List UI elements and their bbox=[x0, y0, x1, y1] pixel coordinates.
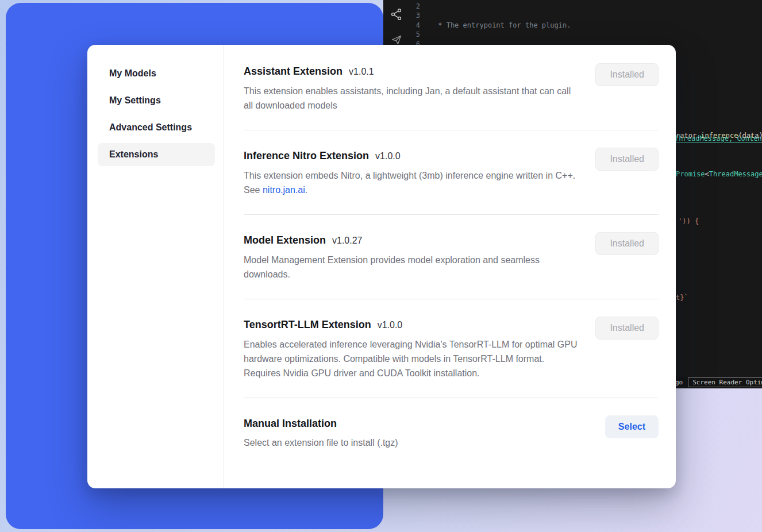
extension-description: This extension enables assistants, inclu… bbox=[244, 84, 580, 113]
line-numbers: 2 3 4 5 6 bbox=[404, 2, 420, 49]
status-text: go bbox=[675, 379, 683, 386]
divider bbox=[244, 130, 659, 130]
extensions-panel: Assistant Extension v1.0.1 This extensio… bbox=[224, 45, 676, 488]
divider bbox=[244, 398, 659, 398]
extension-description: This extension embeds Nitro, a lightweig… bbox=[244, 168, 580, 197]
extension-row-tensorrt: TensortRT-LLM Extension v1.0.0 Enables a… bbox=[244, 317, 659, 380]
code-fragment: ')) { bbox=[678, 217, 699, 225]
extension-title: Inference Nitro Extension bbox=[244, 148, 369, 164]
extension-row-model: Model Extension v1.0.27 Model Management… bbox=[244, 232, 659, 282]
select-file-button[interactable]: Select bbox=[605, 415, 659, 438]
manual-installation-title: Manual Installation bbox=[244, 415, 337, 431]
extension-description: Model Management Extension provides mode… bbox=[244, 253, 580, 282]
code-fragment: t}` bbox=[676, 294, 688, 302]
settings-sidebar: My Models My Settings Advanced Settings … bbox=[87, 45, 224, 488]
extension-version: v1.0.1 bbox=[349, 64, 374, 80]
manual-installation-row: Manual Installation Select an extension … bbox=[244, 415, 659, 450]
sidebar-item-extensions[interactable]: Extensions bbox=[98, 143, 215, 166]
extension-row-nitro: Inference Nitro Extension v1.0.0 This ex… bbox=[244, 148, 659, 197]
installed-button[interactable]: Installed bbox=[595, 317, 659, 340]
installed-button[interactable]: Installed bbox=[595, 63, 659, 86]
settings-modal: My Models My Settings Advanced Settings … bbox=[87, 45, 676, 488]
sidebar-item-advanced-settings[interactable]: Advanced Settings bbox=[98, 116, 215, 139]
installed-button[interactable]: Installed bbox=[595, 148, 659, 171]
extension-title: Assistant Extension bbox=[244, 63, 342, 79]
extension-title: Model Extension bbox=[244, 232, 326, 248]
sidebar-item-my-settings[interactable]: My Settings bbox=[98, 89, 215, 112]
nitro-link[interactable]: nitro.jan.ai bbox=[263, 185, 305, 195]
extension-version: v1.0.27 bbox=[332, 233, 362, 249]
extension-description: Enables accelerated inference leveraging… bbox=[244, 337, 580, 380]
divider bbox=[244, 214, 659, 215]
code-fragment: rator.inference(data)); bbox=[676, 132, 762, 140]
share-icon bbox=[390, 8, 403, 22]
code-fragment: Promise<ThreadMessage> bbox=[676, 170, 762, 178]
extension-title: TensortRT-LLM Extension bbox=[244, 317, 371, 333]
sidebar-item-my-models[interactable]: My Models bbox=[98, 62, 215, 85]
extension-row-assistant: Assistant Extension v1.0.1 This extensio… bbox=[244, 63, 659, 113]
code-line: * The entrypoint for the plugin. bbox=[434, 21, 762, 30]
manual-installation-description: Select an extension file to install (.tg… bbox=[244, 435, 398, 450]
page-background: 2 3 4 5 6 * The entrypoint for the plugi… bbox=[0, 0, 762, 532]
installed-button[interactable]: Installed bbox=[595, 232, 659, 255]
extension-version: v1.0.0 bbox=[375, 148, 401, 164]
extension-version: v1.0.0 bbox=[378, 317, 403, 333]
screen-reader-chip: Screen Reader Optimized bbox=[688, 377, 762, 387]
divider bbox=[244, 299, 659, 299]
